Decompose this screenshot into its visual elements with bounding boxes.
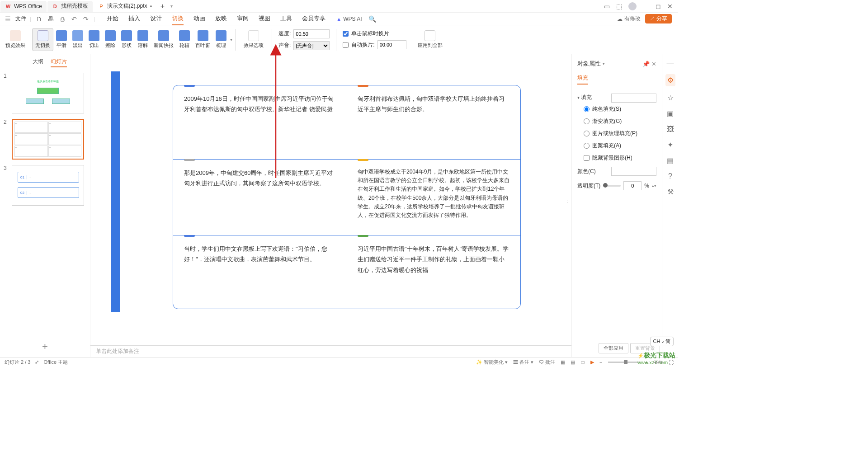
- undo-icon[interactable]: ↶: [70, 15, 78, 23]
- close-button[interactable]: ✕: [667, 3, 673, 10]
- fill-section-header[interactable]: 填充: [577, 92, 656, 103]
- redo-icon[interactable]: ↷: [82, 15, 90, 23]
- tool-magic-icon[interactable]: ✦: [667, 141, 673, 149]
- search-icon[interactable]: 🔍: [368, 15, 376, 23]
- cell-5[interactable]: 当时，学生们用中文在黑板上写下欢迎语："习伯伯，您好！"，还演唱中文歌曲，表演芭…: [173, 235, 347, 309]
- wps-ai-button[interactable]: ▲ WPS AI: [336, 16, 362, 22]
- tab-insert[interactable]: 插入: [128, 13, 140, 25]
- view-normal-icon[interactable]: ▦: [561, 359, 565, 365]
- minimize-button[interactable]: —: [643, 3, 649, 10]
- tab-design[interactable]: 设计: [150, 13, 162, 25]
- cell-2[interactable]: 匈牙利首都布达佩斯，匈中双语学校大厅墙上始终挂着习近平主席与师生们的合影。: [347, 85, 520, 159]
- cloud-status[interactable]: ☁有修改: [617, 15, 641, 23]
- transition-comb[interactable]: 梳理: [213, 28, 229, 51]
- view-sorter-icon[interactable]: ▤: [571, 359, 575, 365]
- transition-wipe[interactable]: 擦除: [102, 28, 118, 51]
- expand-icon[interactable]: ⤢: [35, 359, 39, 365]
- tool-help-icon[interactable]: ?: [668, 172, 672, 180]
- tab-animation[interactable]: 动画: [193, 13, 205, 25]
- print-preview-icon[interactable]: ⎙: [58, 15, 66, 23]
- collapse-icon[interactable]: —: [667, 59, 674, 67]
- tab-view[interactable]: 视图: [259, 13, 270, 25]
- transition-cut[interactable]: 切出: [86, 28, 102, 51]
- tab-tools[interactable]: 工具: [280, 13, 292, 25]
- fill-preview-box[interactable]: [611, 94, 656, 103]
- print-icon[interactable]: 🖶: [47, 15, 55, 23]
- file-menu[interactable]: 文件: [15, 15, 26, 23]
- advance-auto-checkbox[interactable]: [343, 42, 349, 48]
- tool-settings-icon[interactable]: ⚒: [667, 188, 674, 196]
- windows-icon[interactable]: ▭: [604, 3, 610, 10]
- cube-icon[interactable]: ⬚: [616, 3, 622, 10]
- check-hide-bg[interactable]: 隐藏背景图形(H): [577, 152, 656, 164]
- tool-star-icon[interactable]: ☆: [667, 94, 674, 102]
- radio-pattern-fill[interactable]: 图案填充(A): [577, 140, 656, 152]
- smart-beautify-button[interactable]: ✨ 智能美化 ▾: [476, 359, 508, 366]
- color-picker[interactable]: [611, 167, 656, 176]
- cell-6[interactable]: 习近平用中国古语"十年树木，百年树人"寄语学校发展。学生们赠送给习近平一件手工制…: [347, 235, 520, 309]
- vertical-ruler-handle[interactable]: ⋮: [565, 200, 570, 205]
- slide-canvas[interactable]: 2009年10月16日，时任中国国家副主席习近平访问位于匈牙利首都布达佩斯的匈中…: [105, 65, 557, 318]
- transition-blinds[interactable]: 百叶窗: [193, 28, 213, 51]
- add-slide-button[interactable]: +: [0, 336, 90, 357]
- avatar[interactable]: [628, 2, 637, 10]
- radio-solid-fill[interactable]: 纯色填充(S): [577, 103, 656, 115]
- ime-indicator[interactable]: CH ♪ 简: [650, 337, 674, 346]
- tool-image-icon[interactable]: 🖾: [667, 125, 674, 133]
- transitions-more-dropdown[interactable]: ▾: [229, 37, 233, 42]
- opacity-input[interactable]: [623, 181, 642, 190]
- cell-1[interactable]: 2009年10月16日，时任中国国家副主席习近平访问位于匈牙利首都布达佩斯的匈中…: [173, 85, 347, 159]
- transition-newsflash[interactable]: 新闻快报: [151, 28, 176, 51]
- tab-dropdown[interactable]: ▾: [168, 4, 175, 9]
- outline-tab[interactable]: 大纲: [33, 58, 43, 67]
- advance-click-checkbox[interactable]: [343, 31, 349, 37]
- close-panel-icon[interactable]: ✕: [651, 61, 656, 67]
- slide-thumb-3[interactable]: 01... 02...: [12, 165, 84, 206]
- tab-member[interactable]: 会员专享: [302, 13, 326, 25]
- new-tab-button[interactable]: +: [157, 2, 168, 10]
- opacity-stepper[interactable]: ▴▾: [652, 183, 656, 188]
- radio-picture-fill[interactable]: 图片或纹理填充(P): [577, 127, 656, 140]
- fill-tab[interactable]: 填充: [577, 72, 588, 85]
- preview-effect-button[interactable]: 预览效果: [3, 28, 28, 51]
- sound-select[interactable]: [无声音]: [293, 41, 330, 50]
- cell-4[interactable]: 匈中双语学校成立于2004年9月，是中东欧地区第一所使用中文和所在国语言教学的公…: [347, 159, 520, 235]
- transition-dissolve[interactable]: 溶解: [135, 28, 151, 51]
- tool-book-icon[interactable]: ▤: [667, 156, 674, 165]
- transition-shape[interactable]: 形状: [118, 28, 135, 51]
- transition-morph[interactable]: 平滑: [53, 28, 70, 51]
- apply-all-bg-button[interactable]: 全部应用: [599, 343, 628, 353]
- zoom-out-button[interactable]: −: [599, 360, 602, 365]
- cell-3[interactable]: 那是2009年，中匈建交60周年，时任国家副主席习近平对匈牙利进行正式访问，其间…: [173, 159, 347, 235]
- comments-button[interactable]: 🗨 批注: [539, 359, 555, 366]
- radio-gradient-fill[interactable]: 渐变填充(G): [577, 115, 656, 127]
- slides-tab[interactable]: 幻灯片: [51, 58, 67, 67]
- speed-input[interactable]: [293, 29, 330, 38]
- tab-slideshow[interactable]: 放映: [215, 13, 227, 25]
- save-icon[interactable]: 🗋: [35, 15, 43, 23]
- pin-icon[interactable]: 📌: [642, 61, 650, 67]
- transition-wheel[interactable]: 轮辐: [176, 28, 193, 51]
- maximize-button[interactable]: ◻: [656, 3, 661, 10]
- tool-properties-icon[interactable]: ⚙: [665, 74, 675, 86]
- transition-fade[interactable]: 淡出: [70, 28, 86, 51]
- view-reading-icon[interactable]: ▭: [580, 359, 585, 365]
- menu-icon[interactable]: ☰: [4, 15, 12, 23]
- transition-none[interactable]: 无切换: [32, 28, 53, 51]
- slide-thumb-2[interactable]: txttxttxttxttxttxt: [12, 119, 84, 160]
- slide-thumb-1[interactable]: 最多点击添加标题: [12, 73, 84, 113]
- tab-review[interactable]: 审阅: [237, 13, 249, 25]
- zoom-slider[interactable]: [608, 362, 640, 363]
- opacity-slider[interactable]: [603, 185, 621, 187]
- view-slideshow-icon[interactable]: ▶: [590, 359, 594, 365]
- tab-start[interactable]: 开始: [107, 13, 118, 25]
- tab-transition[interactable]: 切换: [172, 13, 184, 25]
- tool-layers-icon[interactable]: ▣: [667, 109, 674, 118]
- notes-button[interactable]: ☰ 备注 ▾: [513, 359, 533, 366]
- advance-auto-input[interactable]: [377, 40, 406, 49]
- share-button[interactable]: ↗ 分享: [645, 14, 672, 24]
- file-tab[interactable]: P 演示文稿(2).pptx •: [94, 1, 157, 12]
- apply-to-all-button[interactable]: 应用到全部: [415, 28, 445, 51]
- notes-pane[interactable]: 单击此处添加备注: [90, 345, 571, 357]
- app-tab[interactable]: W WPS Office: [0, 1, 47, 12]
